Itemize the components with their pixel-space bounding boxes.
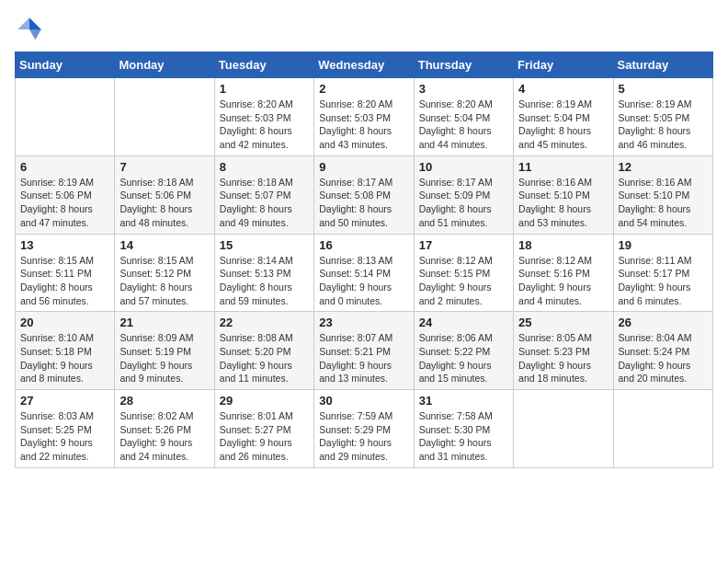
calendar-cell: 18Sunrise: 8:12 AM Sunset: 5:16 PM Dayli… (514, 234, 613, 312)
calendar-cell: 14Sunrise: 8:15 AM Sunset: 5:12 PM Dayli… (115, 234, 214, 312)
calendar-cell: 25Sunrise: 8:05 AM Sunset: 5:23 PM Dayli… (514, 312, 613, 390)
calendar-cell: 29Sunrise: 8:01 AM Sunset: 5:27 PM Dayli… (214, 390, 313, 468)
calendar-cell: 28Sunrise: 8:02 AM Sunset: 5:26 PM Dayli… (115, 390, 214, 468)
page-header (15, 15, 713, 44)
day-number: 1 (220, 82, 309, 96)
calendar-week-row: 20Sunrise: 8:10 AM Sunset: 5:18 PM Dayli… (16, 312, 713, 390)
day-number: 9 (319, 160, 408, 174)
calendar-cell: 3Sunrise: 8:20 AM Sunset: 5:04 PM Daylig… (414, 78, 513, 156)
calendar-week-row: 6Sunrise: 8:19 AM Sunset: 5:06 PM Daylig… (16, 155, 713, 234)
day-number: 13 (20, 238, 109, 252)
day-info: Sunrise: 8:08 AM Sunset: 5:20 PM Dayligh… (220, 331, 309, 385)
day-number: 25 (518, 316, 608, 329)
logo-icon (15, 15, 44, 44)
calendar-cell (115, 78, 214, 156)
day-number: 20 (20, 316, 109, 329)
day-number: 27 (20, 394, 109, 408)
day-info: Sunrise: 8:01 AM Sunset: 5:27 PM Dayligh… (220, 409, 309, 464)
day-number: 11 (518, 160, 608, 174)
day-number: 30 (319, 394, 408, 408)
calendar-cell: 30Sunrise: 7:59 AM Sunset: 5:29 PM Dayli… (314, 390, 414, 468)
day-info: Sunrise: 8:18 AM Sunset: 5:06 PM Dayligh… (119, 176, 209, 230)
day-info: Sunrise: 8:15 AM Sunset: 5:12 PM Dayligh… (119, 254, 209, 308)
calendar-header-tuesday: Tuesday (214, 52, 313, 78)
calendar-cell: 31Sunrise: 7:58 AM Sunset: 5:30 PM Dayli… (414, 390, 513, 468)
day-info: Sunrise: 8:20 AM Sunset: 5:03 PM Dayligh… (220, 98, 309, 152)
day-number: 22 (220, 316, 309, 329)
calendar-cell: 4Sunrise: 8:19 AM Sunset: 5:04 PM Daylig… (514, 78, 613, 156)
calendar-cell: 7Sunrise: 8:18 AM Sunset: 5:06 PM Daylig… (115, 155, 214, 234)
day-info: Sunrise: 8:16 AM Sunset: 5:10 PM Dayligh… (518, 176, 608, 230)
calendar-cell: 27Sunrise: 8:03 AM Sunset: 5:25 PM Dayli… (16, 390, 115, 468)
calendar-week-row: 13Sunrise: 8:15 AM Sunset: 5:11 PM Dayli… (16, 234, 713, 312)
day-info: Sunrise: 8:18 AM Sunset: 5:07 PM Dayligh… (220, 176, 309, 230)
calendar-cell: 11Sunrise: 8:16 AM Sunset: 5:10 PM Dayli… (514, 155, 613, 234)
calendar-cell: 21Sunrise: 8:09 AM Sunset: 5:19 PM Dayli… (115, 312, 214, 390)
calendar-header-saturday: Saturday (613, 52, 712, 78)
calendar-header-sunday: Sunday (16, 52, 115, 78)
calendar-header-thursday: Thursday (414, 52, 513, 78)
day-info: Sunrise: 8:07 AM Sunset: 5:21 PM Dayligh… (319, 331, 408, 385)
day-info: Sunrise: 8:19 AM Sunset: 5:06 PM Dayligh… (20, 176, 109, 230)
calendar-cell: 13Sunrise: 8:15 AM Sunset: 5:11 PM Dayli… (16, 234, 115, 312)
calendar-cell: 8Sunrise: 8:18 AM Sunset: 5:07 PM Daylig… (214, 155, 313, 234)
day-info: Sunrise: 8:16 AM Sunset: 5:10 PM Dayligh… (619, 176, 708, 230)
day-info: Sunrise: 8:11 AM Sunset: 5:17 PM Dayligh… (619, 254, 708, 308)
calendar-cell: 12Sunrise: 8:16 AM Sunset: 5:10 PM Dayli… (613, 155, 712, 234)
day-number: 21 (119, 316, 209, 329)
day-info: Sunrise: 8:06 AM Sunset: 5:22 PM Dayligh… (419, 331, 508, 385)
day-number: 29 (220, 394, 309, 408)
calendar-week-row: 27Sunrise: 8:03 AM Sunset: 5:25 PM Dayli… (16, 390, 713, 468)
day-number: 24 (419, 316, 508, 329)
day-info: Sunrise: 8:20 AM Sunset: 5:04 PM Dayligh… (419, 98, 508, 152)
calendar-cell: 22Sunrise: 8:08 AM Sunset: 5:20 PM Dayli… (214, 312, 313, 390)
calendar-header-friday: Friday (514, 52, 613, 78)
calendar-cell: 16Sunrise: 8:13 AM Sunset: 5:14 PM Dayli… (314, 234, 414, 312)
calendar-header-monday: Monday (115, 52, 214, 78)
svg-marker-0 (29, 17, 41, 29)
calendar-header-wednesday: Wednesday (314, 52, 414, 78)
day-info: Sunrise: 8:15 AM Sunset: 5:11 PM Dayligh… (20, 254, 109, 308)
day-number: 17 (419, 238, 508, 252)
calendar-cell (514, 390, 613, 468)
day-info: Sunrise: 8:19 AM Sunset: 5:04 PM Dayligh… (518, 98, 608, 152)
day-number: 15 (220, 238, 309, 252)
calendar-cell: 19Sunrise: 8:11 AM Sunset: 5:17 PM Dayli… (613, 234, 712, 312)
day-number: 16 (319, 238, 408, 252)
day-number: 18 (518, 238, 608, 252)
calendar-cell: 2Sunrise: 8:20 AM Sunset: 5:03 PM Daylig… (314, 78, 414, 156)
calendar-cell: 24Sunrise: 8:06 AM Sunset: 5:22 PM Dayli… (414, 312, 513, 390)
day-number: 23 (319, 316, 408, 329)
calendar-cell (613, 390, 712, 468)
calendar-header-row: SundayMondayTuesdayWednesdayThursdayFrid… (16, 52, 713, 78)
day-number: 19 (619, 238, 708, 252)
day-info: Sunrise: 7:58 AM Sunset: 5:30 PM Dayligh… (419, 409, 508, 464)
day-info: Sunrise: 8:17 AM Sunset: 5:08 PM Dayligh… (319, 176, 408, 230)
day-info: Sunrise: 8:05 AM Sunset: 5:23 PM Dayligh… (518, 331, 608, 385)
calendar-cell (16, 78, 115, 156)
calendar-cell: 20Sunrise: 8:10 AM Sunset: 5:18 PM Dayli… (16, 312, 115, 390)
day-number: 2 (319, 82, 408, 96)
day-info: Sunrise: 8:13 AM Sunset: 5:14 PM Dayligh… (319, 254, 408, 308)
calendar-table: SundayMondayTuesdayWednesdayThursdayFrid… (15, 52, 713, 468)
svg-marker-2 (17, 17, 29, 29)
day-number: 31 (419, 394, 508, 408)
svg-marker-1 (29, 29, 41, 40)
day-number: 7 (119, 160, 209, 174)
calendar-cell: 6Sunrise: 8:19 AM Sunset: 5:06 PM Daylig… (16, 155, 115, 234)
day-number: 5 (619, 82, 708, 96)
calendar-cell: 10Sunrise: 8:17 AM Sunset: 5:09 PM Dayli… (414, 155, 513, 234)
day-info: Sunrise: 8:09 AM Sunset: 5:19 PM Dayligh… (119, 331, 209, 385)
calendar-cell: 9Sunrise: 8:17 AM Sunset: 5:08 PM Daylig… (314, 155, 414, 234)
day-info: Sunrise: 8:14 AM Sunset: 5:13 PM Dayligh… (220, 254, 309, 308)
day-number: 6 (20, 160, 109, 174)
day-info: Sunrise: 8:20 AM Sunset: 5:03 PM Dayligh… (319, 98, 408, 152)
day-number: 14 (119, 238, 209, 252)
day-info: Sunrise: 8:12 AM Sunset: 5:15 PM Dayligh… (419, 254, 508, 308)
day-info: Sunrise: 8:02 AM Sunset: 5:26 PM Dayligh… (119, 409, 209, 464)
day-info: Sunrise: 8:19 AM Sunset: 5:05 PM Dayligh… (619, 98, 708, 152)
calendar-cell: 15Sunrise: 8:14 AM Sunset: 5:13 PM Dayli… (214, 234, 313, 312)
day-info: Sunrise: 8:12 AM Sunset: 5:16 PM Dayligh… (518, 254, 608, 308)
day-number: 8 (220, 160, 309, 174)
day-number: 12 (619, 160, 708, 174)
